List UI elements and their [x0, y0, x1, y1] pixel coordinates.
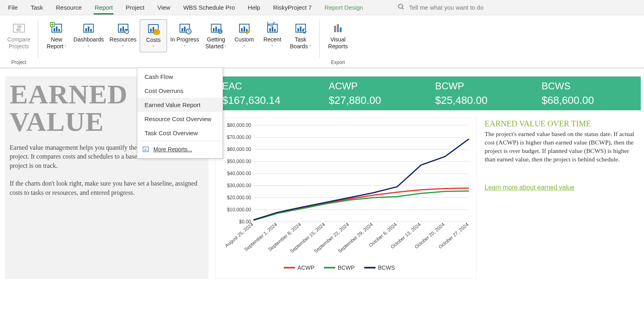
chevron-down-icon: ˅	[122, 45, 124, 49]
svg-marker-4	[21, 25, 22, 28]
ribbon: CompareProjectsProjectNewReport ˅Dashboa…	[0, 15, 644, 68]
menu-report[interactable]: Report	[88, 1, 119, 14]
kpi-bcwp: BCWP$25,480.00	[428, 76, 535, 110]
svg-rect-52	[300, 27, 301, 31]
svg-text:$10,000.00: $10,000.00	[227, 207, 251, 213]
chevron-down-icon: ˅	[64, 45, 67, 49]
report-paragraph-2: If the charts don't look right, make sur…	[10, 179, 204, 197]
ribbon-in-progress[interactable]: In Progress ˅	[168, 19, 202, 52]
in-progress-icon	[177, 21, 193, 35]
svg-rect-57	[340, 27, 342, 32]
search-icon	[398, 3, 405, 12]
svg-rect-16	[90, 29, 92, 31]
report-body: EARNED VALUE Earned value management hel…	[0, 68, 644, 283]
chart-side-text: The project's earned value based on the …	[485, 130, 637, 164]
kpi-eac: EAC$167,630.14	[215, 76, 322, 110]
menu-wbs-schedule-pro[interactable]: WBS Schedule Pro	[177, 1, 241, 14]
kpi-acwp: ACWP$27,880.00	[322, 76, 428, 110]
svg-rect-51	[297, 28, 299, 31]
svg-rect-60	[145, 149, 146, 151]
visual-reports-icon	[330, 21, 346, 35]
chevron-down-icon: ˅	[184, 45, 186, 49]
recent-icon	[264, 21, 281, 35]
dropdown-task-cost-overview[interactable]: Task Cost Overview	[137, 126, 223, 140]
svg-rect-43	[244, 27, 245, 31]
chevron-down-icon: ˅	[271, 45, 273, 49]
svg-rect-59	[144, 149, 145, 151]
svg-text:$20,000.00: $20,000.00	[227, 195, 251, 200]
svg-point-29	[153, 32, 160, 35]
compare-projects-icon	[11, 21, 27, 35]
svg-rect-14	[85, 28, 87, 31]
custom-icon	[236, 21, 252, 35]
svg-point-22	[126, 30, 128, 31]
svg-text:BCWS: BCWS	[378, 264, 395, 271]
svg-rect-3	[20, 24, 25, 32]
ribbon-costs[interactable]: Costs ˅	[140, 19, 167, 52]
svg-rect-15	[88, 27, 89, 31]
dropdown-cash-flow[interactable]: Cash Flow	[137, 70, 223, 84]
ribbon-dashboards[interactable]: Dashboards ˅	[71, 19, 107, 52]
svg-text:$70,000.00: $70,000.00	[227, 134, 251, 140]
chevron-down-icon: ˅	[153, 45, 155, 50]
menu-riskyproject-7[interactable]: RiskyProject 7	[266, 1, 318, 14]
svg-rect-32	[184, 27, 186, 31]
task-boards-icon	[293, 21, 309, 35]
menu-task[interactable]: Task	[24, 1, 50, 14]
ribbon-resources[interactable]: Resources ˅	[107, 19, 139, 52]
svg-rect-19	[122, 27, 124, 31]
chevron-down-icon: ˅	[223, 45, 227, 49]
ribbon-recent[interactable]: Recent ˅	[259, 19, 286, 52]
ribbon-getting-started[interactable]: iGettingStarted ˅	[202, 19, 230, 52]
more-reports-item[interactable]: More Reports...	[137, 142, 223, 157]
chevron-down-icon: ˅	[243, 45, 245, 49]
svg-rect-47	[272, 27, 273, 31]
ribbon-new-report[interactable]: NewReport ˅	[43, 19, 70, 52]
dashboards-icon	[80, 21, 97, 35]
earned-value-chart[interactable]: $0.00$10,000.00$20,000.00$30,000.00$40,0…	[215, 118, 477, 279]
svg-rect-36	[213, 28, 215, 31]
dropdown-resource-cost-overview[interactable]: Resource Cost Overview	[137, 112, 223, 126]
svg-line-1	[402, 8, 404, 9]
svg-rect-2	[13, 24, 18, 32]
getting-started-icon: i	[208, 21, 224, 35]
menu-project[interactable]: Project	[119, 1, 151, 14]
svg-rect-44	[246, 29, 248, 31]
chevron-down-icon: ˅	[88, 45, 90, 49]
svg-marker-5	[16, 29, 17, 31]
menu-file[interactable]: File	[2, 1, 24, 14]
menu-help[interactable]: Help	[242, 1, 267, 14]
svg-rect-61	[147, 150, 147, 151]
chart-side-heading: EARNED VALUE OVER TIME	[485, 119, 637, 128]
svg-rect-24	[150, 29, 152, 32]
svg-text:$80,000.00: $80,000.00	[227, 122, 251, 128]
svg-rect-8	[56, 27, 58, 31]
svg-text:BCWP: BCWP	[338, 264, 355, 271]
svg-marker-54	[305, 31, 307, 32]
svg-rect-42	[241, 28, 243, 31]
costs-dropdown: Cash FlowCost OverrunsEarned Value Repor…	[137, 68, 223, 159]
ribbon-visual-reports[interactable]: VisualReports	[324, 19, 352, 52]
ribbon-custom[interactable]: Custom ˅	[231, 19, 258, 52]
svg-point-0	[398, 4, 403, 8]
dropdown-earned-value-report[interactable]: Earned Value Report	[137, 98, 223, 112]
ribbon-task-boards[interactable]: TaskBoards ˅	[287, 19, 314, 52]
menubar: FileTaskResourceReportProjectViewWBS Sch…	[0, 0, 644, 15]
learn-more-link[interactable]: Learn more about earned value	[485, 184, 574, 191]
svg-rect-46	[269, 28, 271, 31]
svg-text:$50,000.00: $50,000.00	[227, 159, 251, 164]
dropdown-cost-overruns[interactable]: Cost Overruns	[137, 84, 223, 98]
svg-text:$40,000.00: $40,000.00	[227, 171, 251, 176]
kpi-row: EAC$167,630.14ACWP$27,880.00BCWP$25,480.…	[215, 76, 641, 110]
tell-me-search[interactable]: Tell me what you want to do	[398, 3, 483, 12]
svg-rect-9	[58, 29, 60, 31]
report-icon	[142, 146, 149, 153]
svg-rect-7	[54, 28, 55, 31]
menu-view[interactable]: View	[151, 1, 177, 14]
costs-icon	[145, 21, 161, 36]
svg-text:i: i	[219, 30, 221, 34]
menu-resource[interactable]: Resource	[50, 1, 88, 14]
svg-text:ACWP: ACWP	[297, 264, 314, 271]
resources-icon	[115, 21, 131, 35]
menu-report-design[interactable]: Report Design	[318, 1, 369, 14]
